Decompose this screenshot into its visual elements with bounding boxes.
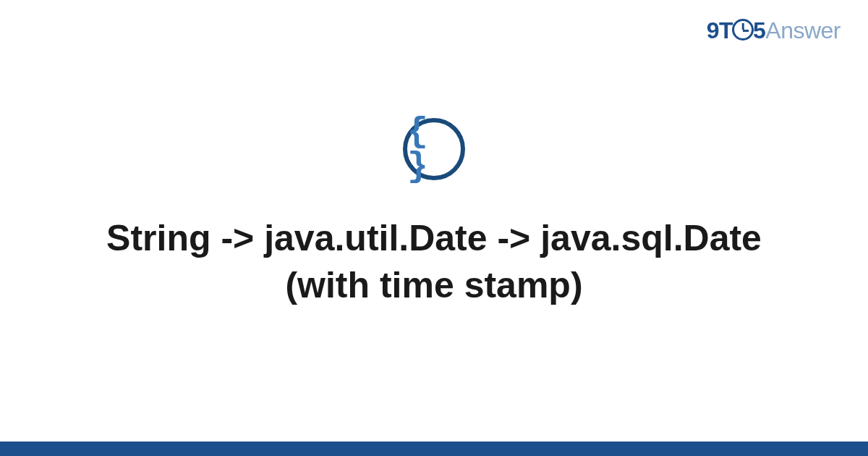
question-title: String -> java.util.Date -> java.sql.Dat… [72,215,796,309]
category-icon-container: { } [403,118,465,180]
code-braces-icon: { } [407,114,461,184]
footer-bar [0,442,868,456]
main-content: { } String -> java.util.Date -> java.sql… [0,0,868,442]
